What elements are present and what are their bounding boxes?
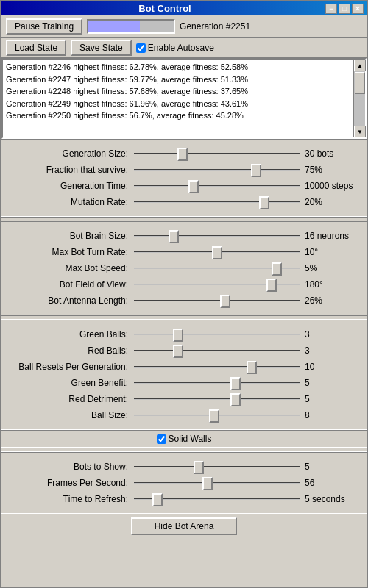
slider-label: Mutation Rate: [9,197,134,207]
slider-row: Fraction that survive:75% [9,163,359,176]
slider-label: Generation Time: [9,181,134,191]
load-state-button[interactable]: Load State [6,40,66,56]
solid-walls-checkbox[interactable] [157,434,166,444]
slider-input[interactable] [134,476,300,490]
toolbar-row1: Pause Training Generation #2251 [1,15,367,38]
slider-label: Fraction that survive: [9,165,134,175]
slider-row: Red Detriment:5 [9,392,359,406]
slider-value: 16 neurons [300,231,359,241]
slider-row: Bots to Show:5 [9,460,359,473]
scroll-down-button[interactable]: ▼ [354,126,366,137]
balls-section: Green Balls:3Red Balls:3Ball Resets Per … [1,320,367,430]
slider-label: Bots to Show: [9,462,134,472]
log-line: Generation #2250 highest fitness: 56.7%,… [6,110,350,122]
pause-training-button[interactable]: Pause Training [6,18,82,35]
log-area: Generation #2246 highest fitness: 62.78%… [3,60,353,137]
slider-label: Red Balls: [9,345,134,356]
slider-value: 5 [300,462,359,472]
slider-value: 20% [300,197,359,207]
main-window: Bot Control − □ ✕ Pause Training Generat… [0,0,368,588]
slider-label: Bot Brain Size: [9,231,134,241]
slider-input[interactable] [134,460,300,473]
autosave-label: Enable Autosave [136,43,214,53]
progress-bar-fill [88,21,140,32]
scroll-thumb[interactable] [355,72,365,94]
slider-value: 3 [300,329,359,340]
save-state-button[interactable]: Save State [71,40,132,56]
slider-label: Time to Refresh: [9,494,134,504]
slider-input[interactable] [134,179,300,193]
slider-value: 3 [300,345,359,356]
slider-row: Frames Per Second:56 [9,476,359,490]
slider-input[interactable] [134,163,300,176]
scroll-up-button[interactable]: ▲ [354,60,366,71]
slider-input[interactable] [134,344,300,357]
slider-value: 10000 steps [300,181,359,191]
solid-walls-text: Solid Walls [169,434,212,444]
slider-label: Green Benefit: [9,378,134,388]
slider-row: Bot Field of View:180° [9,278,359,291]
slider-input[interactable] [134,328,300,341]
slider-label: Bot Antenna Length: [9,295,134,306]
slider-value: 5 seconds [300,494,359,504]
slider-value: 8 [300,410,359,420]
slider-row: Bot Antenna Length:26% [9,294,359,307]
autosave-checkbox[interactable] [136,43,146,53]
title-bar: Bot Control − □ ✕ [1,1,367,15]
evolution-section: Generation Size:30 botsFraction that sur… [1,139,367,217]
slider-row: Green Balls:3 [9,328,359,341]
slider-label: Green Balls: [9,329,134,340]
hide-bot-arena-button[interactable]: Hide Bot Arena [131,517,238,535]
minimize-button[interactable]: − [325,4,337,14]
slider-label: Ball Size: [9,410,134,420]
slider-value: 5% [300,263,359,273]
slider-input[interactable] [134,360,300,373]
solid-walls-section: Solid Walls [1,430,367,448]
brain-section: Bot Brain Size:16 neuronsMax Bot Turn Ra… [1,221,367,315]
slider-value: 26% [300,295,359,306]
slider-label: Max Bot Speed: [9,263,134,273]
slider-label: Red Detriment: [9,394,134,404]
log-line: Generation #2248 highest fitness: 57.68%… [6,85,350,98]
slider-input[interactable] [134,392,300,406]
slider-value: 180° [300,279,359,290]
slider-input[interactable] [134,229,300,243]
slider-row: Max Bot Speed:5% [9,262,359,275]
scrollbar[interactable]: ▲ ▼ [353,60,365,137]
display-section: Bots to Show:5Frames Per Second:56Time t… [1,452,367,514]
slider-row: Generation Size:30 bots [9,147,359,160]
generation-label: Generation #2251 [180,21,250,32]
slider-label: Max Bot Turn Rate: [9,247,134,257]
log-line: Generation #2247 highest fitness: 59.77%… [6,74,350,86]
slider-row: Ball Resets Per Generation:10 [9,360,359,373]
slider-input[interactable] [134,294,300,307]
slider-input[interactable] [134,262,300,275]
slider-row: Green Benefit:5 [9,376,359,390]
close-button[interactable]: ✕ [352,4,364,14]
slider-value: 5 [300,378,359,388]
toolbar-row2: Load State Save State Enable Autosave [1,38,367,58]
slider-input[interactable] [134,245,300,259]
log-line: Generation #2246 highest fitness: 62.78%… [6,61,350,74]
log-line: Generation #2249 highest fitness: 61.96%… [6,98,350,110]
slider-input[interactable] [134,376,300,390]
slider-row: Max Bot Turn Rate:10° [9,245,359,259]
slider-value: 10 [300,362,359,372]
solid-walls-label: Solid Walls [157,434,212,444]
slider-row: Mutation Rate:20% [9,196,359,209]
maximize-button[interactable]: □ [339,4,350,14]
slider-input[interactable] [134,278,300,291]
slider-label: Frames Per Second: [9,478,134,488]
content-area: Generation Size:30 botsFraction that sur… [1,139,367,587]
bottom-btn-bar: Hide Bot Arena [1,514,367,538]
slider-input[interactable] [134,147,300,160]
slider-value: 5 [300,394,359,404]
log-wrapper: Generation #2246 highest fitness: 62.78%… [1,58,367,139]
slider-input[interactable] [134,492,300,506]
slider-value: 30 bots [300,148,359,159]
slider-input[interactable] [134,409,300,422]
title-bar-buttons: − □ ✕ [325,4,364,14]
slider-input[interactable] [134,196,300,209]
slider-label: Generation Size: [9,148,134,159]
slider-label: Bot Field of View: [9,279,134,290]
